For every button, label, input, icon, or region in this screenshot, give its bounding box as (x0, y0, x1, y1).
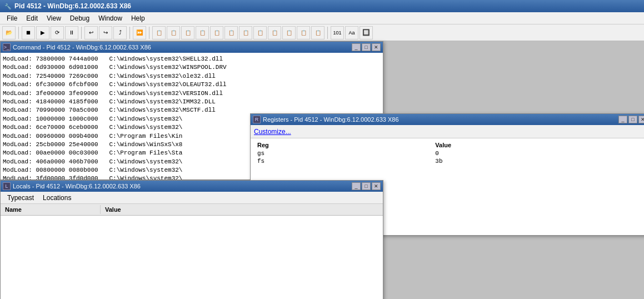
registers-title: Registers - Pid 4512 - WinDbg:6.12.0002.… (263, 116, 618, 123)
locals-menubar: Typecast Locations (1, 192, 383, 204)
menu-view[interactable]: View (42, 13, 66, 23)
value-col-header: Value (431, 141, 644, 150)
locals-titlebar: L Locals - Pid 4512 - WinDbg:6.12.0002.6… (1, 181, 383, 192)
locals-minimize-btn[interactable]: _ (352, 182, 361, 190)
reg-name: gs (253, 150, 431, 157)
reg-value: 0 (431, 150, 644, 157)
toolbar-open[interactable]: 📂 (2, 26, 16, 39)
toolbar-bp3[interactable]: 📋 (181, 26, 194, 39)
main-title-bar: 🔧 Pid 4512 - WinDbg:6.12.0002.633 X86 (0, 0, 644, 12)
toolbar-stop[interactable]: ⏹ (22, 26, 35, 39)
reg-name: fs (253, 157, 431, 165)
main-title: Pid 4512 - WinDbg:6.12.0002.633 X86 (14, 2, 131, 10)
command-line: ModLoad: 3fe00000 3fe09000 C:\Windows\sy… (3, 89, 381, 98)
command-minimize-btn[interactable]: _ (352, 43, 361, 51)
locals-icon: L (3, 182, 11, 190)
toolbar-bp5[interactable]: 📋 (210, 26, 223, 39)
toolbar-bp7[interactable]: 📋 (239, 26, 252, 39)
locals-window: L Locals - Pid 4512 - WinDbg:6.12.0002.6… (0, 180, 383, 299)
registers-toolbar: Customize... (251, 125, 644, 138)
toolbar-step-over[interactable]: ↪ (99, 26, 112, 39)
toolbar-break[interactable]: ⏸ (65, 26, 78, 39)
toolbar-options[interactable]: 🔲 (360, 26, 373, 39)
command-maximize-btn[interactable]: □ (362, 43, 371, 51)
toolbar-bp4[interactable]: 📋 (196, 26, 209, 39)
reg-row: fs3b (253, 157, 644, 165)
toolbar-bp8[interactable]: 📋 (253, 26, 267, 39)
locals-header: Name Value (1, 204, 383, 216)
menu-window[interactable]: Window (94, 13, 127, 23)
toolbar-go[interactable]: ▶ (36, 26, 49, 39)
toolbar-sep-5 (327, 27, 328, 39)
customize-link[interactable]: Customize... (254, 128, 291, 136)
reg-value: 3b (431, 157, 644, 165)
command-line: ModLoad: 72540000 7269c000 C:\Windows\sy… (3, 72, 381, 81)
command-line: ModLoad: 73800000 7444a000 C:\Windows\sy… (3, 55, 381, 63)
reg-row: gs0 (253, 150, 644, 157)
toolbar-step-into[interactable]: ↩ (84, 26, 98, 39)
command-title: Command - Pid 4512 - WinDbg:6.12.0002.63… (13, 44, 352, 51)
toolbar-step-out[interactable]: ⤴ (113, 26, 127, 39)
toolbar-restart[interactable]: ⟳ (51, 26, 64, 39)
toolbar-sep-2 (81, 27, 82, 39)
menu-debug[interactable]: Debug (66, 13, 94, 23)
locals-title: Locals - Pid 4512 - WinDbg:6.12.0002.633… (13, 183, 352, 190)
toolbar-bp9[interactable]: 📋 (268, 26, 281, 39)
main-area: Watch Typed Nam >_ Command - Pid 4512 - … (0, 41, 644, 299)
command-line: ModLoad: 6fc30000 6fcbf000 C:\Windows\sy… (3, 81, 381, 89)
toolbar-bp11[interactable]: 📋 (297, 26, 310, 39)
app-icon: 🔧 (3, 2, 12, 11)
command-titlebar-btns: _ □ ✕ (352, 43, 381, 51)
toolbar-run-to[interactable]: ⏩ (133, 26, 146, 39)
command-close-btn[interactable]: ✕ (372, 43, 381, 51)
menu-help[interactable]: Help (127, 13, 149, 23)
toolbar-sep-1 (18, 27, 19, 39)
toolbar-sep-3 (129, 27, 130, 39)
menu-file[interactable]: File (2, 13, 22, 23)
registers-maximize-btn[interactable]: □ (628, 116, 637, 123)
command-line: ModLoad: 41840000 4185f000 C:\Windows\sy… (3, 98, 381, 106)
command-icon: >_ (3, 43, 11, 51)
reg-col-header: Reg (253, 141, 431, 150)
toolbar-hex[interactable]: 101 (331, 26, 344, 39)
toolbar-bp1[interactable]: 📋 (152, 26, 166, 39)
reg-table: Reg Value gs0fs3b (253, 141, 644, 165)
locals-titlebar-btns: _ □ ✕ (352, 182, 381, 190)
registers-titlebar-btns: _ □ ✕ (618, 116, 644, 123)
locals-menu-locations[interactable]: Locations (38, 193, 76, 203)
registers-minimize-btn[interactable]: _ (618, 116, 627, 123)
locals-menu-typecast[interactable]: Typecast (3, 193, 38, 203)
registers-titlebar: R Registers - Pid 4512 - WinDbg:6.12.000… (251, 114, 644, 125)
locals-value-header: Value (101, 205, 383, 214)
toolbar-bp12[interactable]: 📋 (311, 26, 325, 39)
toolbar-bp6[interactable]: 📋 (224, 26, 238, 39)
command-line: ModLoad: 6d930000 6d981000 C:\Windows\sy… (3, 63, 381, 72)
menu-edit[interactable]: Edit (22, 13, 42, 23)
locals-maximize-btn[interactable]: □ (362, 182, 371, 190)
main-toolbar: 📂 ⏹ ▶ ⟳ ⏸ ↩ ↪ ⤴ ⏩ 📋 📋 📋 📋 📋 📋 📋 📋 📋 📋 📋 … (0, 24, 644, 41)
locals-close-btn[interactable]: ✕ (372, 182, 381, 190)
registers-icon: R (253, 116, 261, 123)
registers-close-btn[interactable]: ✕ (638, 116, 644, 123)
locals-content[interactable]: Name Value (1, 204, 383, 299)
toolbar-bp2[interactable]: 📋 (167, 26, 180, 39)
locals-name-header: Name (1, 205, 101, 214)
toolbar-sep-4 (149, 27, 149, 39)
toolbar-font[interactable]: Aa (345, 26, 358, 39)
main-menu-bar: File Edit View Debug Window Help (0, 12, 644, 24)
toolbar-bp10[interactable]: 📋 (282, 26, 296, 39)
command-titlebar: >_ Command - Pid 4512 - WinDbg:6.12.0002… (1, 42, 383, 53)
